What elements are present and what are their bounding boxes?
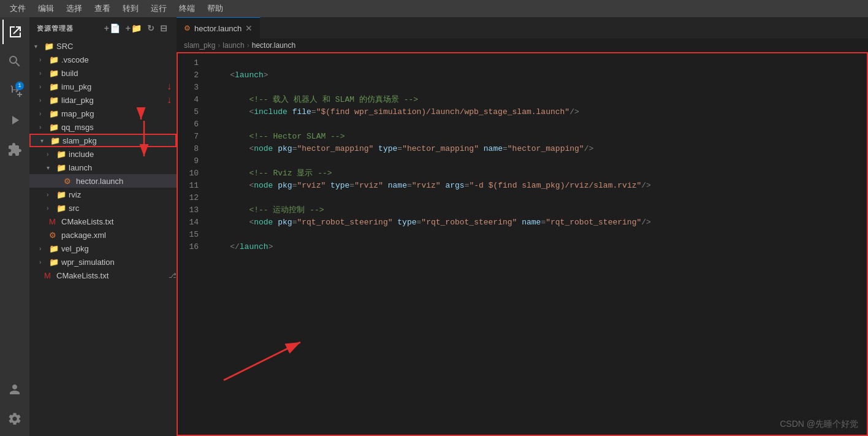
arrow-vscode: › (39, 56, 49, 63)
folder-icon-launch: 📁 (56, 163, 66, 172)
eq-8a: = (292, 143, 297, 155)
attr-pkg-14: pkg (278, 216, 292, 229)
tab-hector-launch[interactable]: ⚙ hector.launch ✕ (177, 17, 261, 39)
val-type-14: "rqt_robot_steering" (421, 216, 517, 229)
cmake-root-icon: M (44, 271, 54, 280)
lt-8: < (211, 143, 254, 155)
breadcrumb-file[interactable]: hector.launch (252, 41, 295, 50)
line-numbers: 1 2 3 4 5 6 7 8 9 10 11 12 13 14 15 16 (177, 52, 206, 436)
tree-item-map-pkg[interactable]: › 📁 map_pkg (29, 107, 177, 120)
code-line-8: <node pkg="hector_mapping" type="hector_… (211, 143, 868, 155)
accounts-icon[interactable] (2, 377, 27, 402)
wpr-label: wpr_simulation (61, 258, 177, 267)
source-control-badge: 1 (15, 82, 24, 90)
tree-root-src[interactable]: ▾ 📁 SRC (29, 39, 177, 53)
sidebar-header-icons: +📄 +📁 ↻ ⊟ (103, 22, 169, 34)
breadcrumb-slam[interactable]: slam_pkg (184, 41, 215, 50)
arrow-src-inner: › (47, 205, 56, 212)
menu-terminal[interactable]: 终端 (174, 2, 200, 15)
include-label: include (69, 150, 177, 159)
attr-args-11: args (445, 180, 464, 192)
collapse-icon[interactable]: ⊟ (159, 22, 169, 34)
code-line-2: <launch> (211, 69, 868, 82)
search-activity-icon[interactable] (2, 49, 27, 74)
xml-file-icon: ⚙ (64, 177, 74, 186)
explorer-icon[interactable] (2, 20, 27, 44)
val-name-14: "rqt_robot_steering" (546, 216, 641, 229)
new-file-icon[interactable]: +📄 (103, 22, 122, 34)
folder-icon-lidar: 📁 (49, 96, 59, 105)
bracket-close-2: > (264, 69, 268, 82)
close-8: /> (584, 143, 594, 155)
tree-item-slam-pkg[interactable]: ▾ 📁 slam_pkg (29, 134, 177, 147)
tab-label: hector.launch (194, 24, 242, 33)
tree-item-vscode[interactable]: › 📁 .vscode (29, 53, 177, 66)
eq-11c: = (407, 180, 412, 192)
settings-icon[interactable] (2, 407, 27, 431)
menu-file[interactable]: 文件 (5, 2, 31, 15)
attr-file: file (292, 106, 311, 118)
breadcrumb: slam_pkg › launch › hector.launch (177, 39, 868, 52)
val-pkg-8: "hector_mapping" (297, 143, 373, 155)
arrow-cmake-slam (39, 218, 49, 225)
tree-item-package-xml[interactable]: ⚙ package.xml (29, 228, 177, 242)
val-file: "$(find wpr_simulation)/launch/wpb_stage… (316, 106, 569, 118)
tree-item-vel-pkg[interactable]: › 📁 vel_pkg (29, 242, 177, 255)
folder-icon-qq: 📁 (49, 123, 59, 132)
tree-item-cmake-slam[interactable]: M CMakeLists.txt (29, 215, 177, 228)
menu-edit[interactable]: 编辑 (33, 2, 59, 15)
sp-8b (373, 143, 378, 155)
eq-5: = (311, 106, 316, 118)
breadcrumb-launch[interactable]: launch (223, 41, 244, 50)
code-line-4: <!-- 载入 机器人 和 SLAM 的仿真场景 --> (211, 94, 868, 106)
menu-select[interactable]: 选择 (61, 2, 87, 15)
breadcrumb-sep-2: › (247, 41, 249, 50)
tree-item-wpr-sim[interactable]: › 📁 wpr_simulation (29, 255, 177, 269)
tree-item-qq-msgs[interactable]: › 📁 qq_msgs (29, 120, 177, 134)
line-num-15: 15 (177, 229, 199, 241)
line-num-10: 10 (177, 167, 199, 180)
run-debug-icon[interactable] (2, 108, 27, 132)
tree-item-launch[interactable]: ▾ 📁 launch (29, 161, 177, 174)
cmake-icon-slam: M (49, 217, 59, 226)
extensions-icon[interactable] (2, 137, 27, 162)
menu-view[interactable]: 查看 (89, 2, 115, 15)
build-label: build (61, 69, 177, 78)
code-content[interactable]: <launch> <!-- 载入 机器人 和 SLAM 的仿真场景 --> <i… (206, 52, 868, 436)
attr-pkg-11: pkg (278, 180, 292, 192)
tree-item-hector-launch[interactable]: ⚙ hector.launch (29, 174, 177, 188)
sidebar-title: 资源管理器 (37, 24, 74, 33)
new-folder-icon[interactable]: +📁 (124, 22, 143, 34)
sp-14b (393, 216, 398, 229)
line-num-9: 9 (177, 155, 199, 167)
menu-help[interactable]: 帮助 (202, 2, 228, 15)
close-14: /> (641, 216, 651, 229)
folder-icon-map: 📁 (49, 109, 59, 118)
activity-bar: 1 (0, 17, 29, 436)
tree-item-cmake-root[interactable]: M CMakeLists.txt ⎇ (29, 269, 177, 282)
source-control-icon[interactable]: 1 (2, 78, 27, 103)
menu-run[interactable]: 运行 (146, 2, 172, 15)
tree-item-rviz[interactable]: › 📁 rviz (29, 188, 177, 201)
code-editor[interactable]: 1 2 3 4 5 6 7 8 9 10 11 12 13 14 15 16 (177, 52, 868, 436)
tab-close-button[interactable]: ✕ (245, 23, 253, 33)
line-num-3: 3 (177, 82, 199, 94)
tree-item-lidar-pkg[interactable]: › 📁 lidar_pkg ↓ (29, 93, 177, 107)
code-line-5: <include file="$(find wpr_simulation)/la… (211, 106, 868, 118)
tree-item-include[interactable]: › 📁 include (29, 147, 177, 161)
tree-item-src-inner[interactable]: › 📁 src (29, 201, 177, 215)
menu-goto[interactable]: 转到 (118, 2, 143, 15)
tag-node-11: node (254, 180, 273, 192)
arrow-slam: ▾ (40, 137, 50, 144)
sp-11a (273, 180, 278, 192)
val-args-11: "-d $(find slam_pkg)/rviz/slam.rviz" (469, 180, 641, 192)
watermark: CSDN @先睡个好觉 (780, 419, 858, 430)
line-num-4: 4 (177, 94, 199, 106)
refresh-icon[interactable]: ↻ (146, 22, 156, 34)
qq-label: qq_msgs (61, 123, 177, 132)
map-label: map_pkg (61, 109, 177, 118)
lt-11: < (211, 180, 254, 192)
lt-14: < (211, 216, 254, 229)
tree-item-build[interactable]: › 📁 build (29, 66, 177, 80)
tree-item-imu-pkg[interactable]: › 📁 imu_pkg ↓ (29, 80, 177, 93)
